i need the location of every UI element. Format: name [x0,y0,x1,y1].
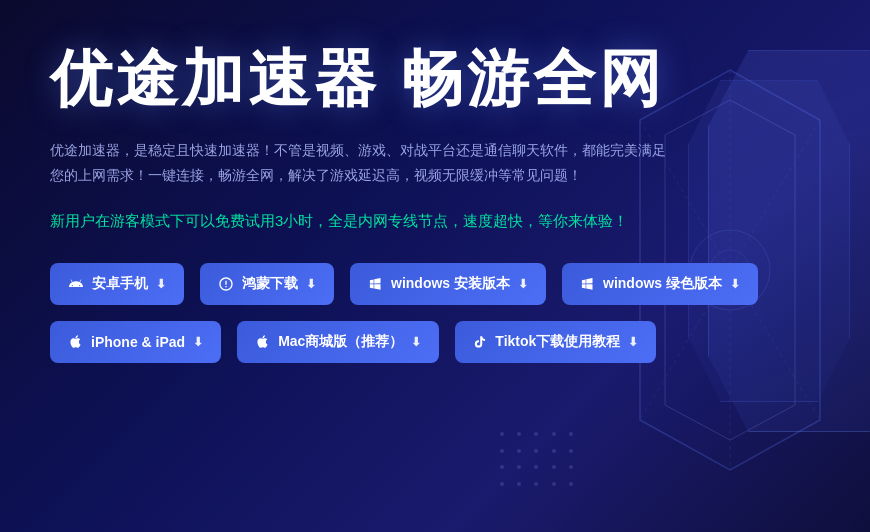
windows-green-label: windows 绿色版本 [603,275,722,293]
windows-install-button[interactable]: windows 安装版本 ⬇ [350,263,546,305]
android-dl-icon: ⬇ [156,277,166,291]
iphone-ipad-label: iPhone & iPad [91,334,185,350]
tiktok-button[interactable]: Tiktok下载使用教程 ⬇ [455,321,656,363]
tiktok-label: Tiktok下载使用教程 [495,333,620,351]
download-buttons-row1: 安卓手机 ⬇ 鸿蒙下载 ⬇ windows 安装版本 ⬇ windows 绿色版… [50,263,700,305]
windows-green-button[interactable]: windows 绿色版本 ⬇ [562,263,758,305]
huawei-label: 鸿蒙下载 [242,275,298,293]
windows-install-label: windows 安装版本 [391,275,510,293]
subtitle-text: 优途加速器，是稳定且快速加速器！不管是视频、游戏、对战平台还是通信聊天软件，都能… [50,138,670,188]
download-buttons-row2: iPhone & iPad ⬇ Mac商城版（推荐） ⬇ Tiktok下载使用教… [50,321,700,363]
tiktok-dl-icon: ⬇ [628,335,638,349]
windows-green-dl-icon: ⬇ [730,277,740,291]
windows-install-icon [368,276,383,291]
mac-dl-icon: ⬇ [411,335,421,349]
iphone-ipad-button[interactable]: iPhone & iPad ⬇ [50,321,221,363]
huawei-icon [218,276,234,292]
apple-icon [68,334,83,349]
page-title: 优途加速器 畅游全网 [50,45,700,113]
iphone-dl-icon: ⬇ [193,335,203,349]
windows-green-icon [580,276,595,291]
huawei-download-button[interactable]: 鸿蒙下载 ⬇ [200,263,334,305]
android-label: 安卓手机 [92,275,148,293]
huawei-dl-icon: ⬇ [306,277,316,291]
mac-label: Mac商城版（推荐） [278,333,403,351]
mac-icon [255,334,270,349]
tiktok-icon [473,335,487,349]
promo-text: 新用户在游客模式下可以免费试用3小时，全是内网专线节点，速度超快，等你来体验！ [50,209,700,233]
mac-download-button[interactable]: Mac商城版（推荐） ⬇ [237,321,439,363]
android-icon [68,276,84,292]
android-download-button[interactable]: 安卓手机 ⬇ [50,263,184,305]
windows-install-dl-icon: ⬇ [518,277,528,291]
dot-decoration [500,432,580,492]
